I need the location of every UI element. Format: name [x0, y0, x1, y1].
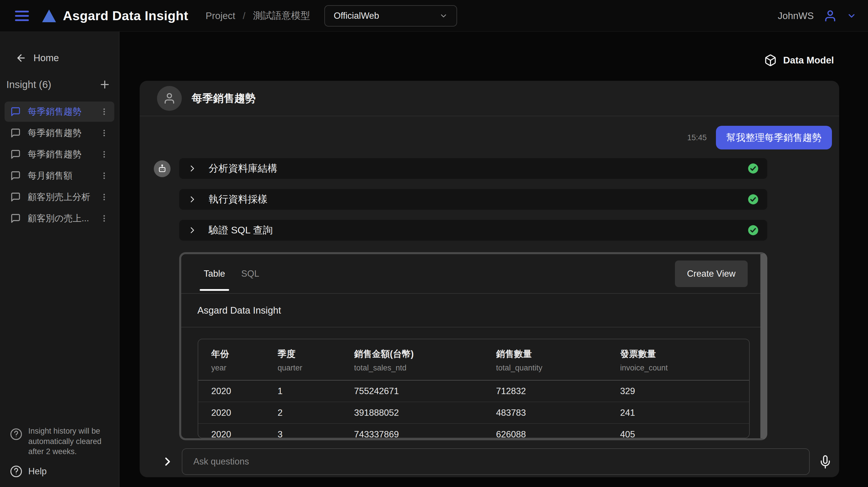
- column-field: total_quantity: [496, 363, 620, 372]
- step-label: 驗證 SQL 查詢: [209, 224, 273, 237]
- breadcrumb-section[interactable]: Project: [206, 10, 236, 21]
- insight-item[interactable]: 顧客別の売上...: [5, 208, 114, 228]
- column-field: total_sales_ntd: [354, 363, 496, 372]
- hamburger-menu-icon[interactable]: [15, 11, 29, 21]
- kebab-menu-icon[interactable]: [100, 171, 108, 180]
- table-cell: 1: [278, 386, 354, 396]
- table-cell: 626088: [496, 429, 620, 439]
- column-field: invoice_count: [620, 363, 749, 372]
- chat-bubble-icon: [10, 192, 21, 202]
- person-icon: [163, 92, 176, 105]
- result-panel-title: Asgard Data Insight: [181, 294, 761, 327]
- chat-bubble-icon: [10, 170, 21, 181]
- table-cell: 391888052: [354, 408, 496, 418]
- table-cell: 2020: [211, 408, 278, 418]
- data-model-button[interactable]: Data Model: [763, 54, 836, 67]
- question-circle-icon: [10, 465, 23, 478]
- insight-item[interactable]: 每季銷售趨勢: [5, 144, 114, 164]
- table-cell: 483783: [496, 408, 620, 418]
- chat-bubble-icon: [10, 106, 21, 117]
- workspace-select-value: OfficialWeb: [334, 11, 379, 21]
- main-area: Data Model 每季銷售趨勢 15:45 幫我整理每季銷售趨勢 分析資: [120, 32, 868, 487]
- check-circle-icon: [748, 194, 758, 205]
- insight-item[interactable]: 每季銷售趨勢: [5, 123, 114, 143]
- help-button[interactable]: Help: [10, 465, 47, 478]
- microphone-icon[interactable]: [818, 455, 832, 468]
- result-table: 年份 year 季度 quarter 銷售金額(台幣) total_sales_…: [198, 339, 750, 438]
- tab-sql[interactable]: SQL: [233, 254, 267, 293]
- chevron-down-icon: [439, 11, 448, 20]
- insight-item[interactable]: 每月銷售額: [5, 166, 114, 186]
- create-view-button[interactable]: Create View: [675, 261, 748, 287]
- chat-header: 每季銷售趨勢: [140, 81, 839, 116]
- help-label: Help: [28, 466, 47, 477]
- table-column-header: 年份 year: [211, 348, 278, 372]
- table-cell: 3: [278, 429, 354, 439]
- expand-chevron-right-icon[interactable]: [162, 456, 173, 467]
- insight-item[interactable]: 每季銷售趨勢: [5, 102, 114, 122]
- workspace-select[interactable]: OfficialWeb: [324, 5, 457, 27]
- column-label: 銷售金額(台幣): [354, 348, 496, 360]
- table-cell: 755242671: [354, 386, 496, 396]
- step-validate-sql[interactable]: 驗證 SQL 查詢: [179, 220, 767, 240]
- question-circle-icon: [10, 428, 23, 457]
- tab-table[interactable]: Table: [196, 254, 233, 293]
- insight-item-label: 顧客別の売上...: [28, 212, 93, 224]
- insight-item-label: 顧客別売上分析: [28, 191, 93, 203]
- step-run-data-sampling[interactable]: 執行資料採樣: [179, 189, 767, 210]
- table-cell: 743337869: [354, 429, 496, 439]
- chevron-right-icon: [188, 164, 196, 173]
- plus-icon: [99, 78, 111, 91]
- table-column-header: 銷售金額(台幣) total_sales_ntd: [354, 348, 496, 372]
- table-column-header: 發票數量 invoice_count: [620, 348, 749, 372]
- bot-avatar: [154, 160, 170, 177]
- arrow-left-icon: [16, 53, 27, 63]
- column-label: 銷售數量: [496, 348, 620, 360]
- check-circle-icon: [748, 225, 758, 236]
- kebab-menu-icon[interactable]: [100, 129, 108, 137]
- table-cell: 2: [278, 408, 354, 418]
- chat-input-row: [140, 448, 839, 475]
- chevron-right-icon: [188, 195, 196, 204]
- table-column-header: 季度 quarter: [278, 348, 354, 372]
- user-name: JohnWS: [778, 10, 814, 21]
- chat-title: 每季銷售趨勢: [192, 91, 256, 106]
- chat-bubble-icon: [10, 128, 21, 138]
- table-cell: 405: [620, 429, 749, 439]
- new-insight-button[interactable]: [99, 78, 111, 91]
- insight-section-title: Insight (6): [6, 79, 51, 90]
- insight-item-label: 每季銷售趨勢: [28, 148, 93, 160]
- topbar-user-area: JohnWS: [778, 9, 857, 23]
- result-panel: Table SQL Create View Asgard Data Insigh…: [179, 252, 767, 440]
- history-note: Insight history will be automatically cl…: [10, 426, 107, 457]
- kebab-menu-icon[interactable]: [100, 214, 108, 223]
- table-cell: 2020: [211, 429, 278, 439]
- data-model-label: Data Model: [783, 55, 834, 66]
- user-message-bubble: 幫我整理每季銷售趨勢: [716, 126, 832, 150]
- table-column-header: 銷售數量 total_quantity: [496, 348, 620, 372]
- app-window: Asgard Data Insight Project / 測試語意模型 Off…: [0, 0, 868, 487]
- table-header-row: 年份 year 季度 quarter 銷售金額(台幣) total_sales_…: [198, 339, 749, 381]
- step-analyze-db-structure[interactable]: 分析資料庫結構: [179, 158, 767, 179]
- check-circle-icon: [748, 163, 758, 174]
- user-menu-chevron-down-icon[interactable]: [847, 11, 857, 21]
- chevron-right-icon: [188, 226, 196, 234]
- insight-section-header: Insight (6): [6, 78, 111, 91]
- chat-avatar: [157, 86, 182, 111]
- kebab-menu-icon[interactable]: [100, 107, 108, 116]
- insight-item[interactable]: 顧客別売上分析: [5, 187, 114, 207]
- breadcrumb: Project / 測試語意模型: [206, 9, 310, 22]
- ask-questions-input[interactable]: [182, 448, 810, 475]
- breadcrumb-current[interactable]: 測試語意模型: [253, 9, 310, 22]
- kebab-menu-icon[interactable]: [100, 193, 108, 201]
- home-button[interactable]: Home: [16, 53, 59, 63]
- history-note-text: Insight history will be automatically cl…: [28, 426, 107, 457]
- step-label: 分析資料庫結構: [209, 162, 277, 175]
- topbar: Asgard Data Insight Project / 測試語意模型 Off…: [0, 0, 868, 32]
- app-logo-triangle-icon: [42, 9, 56, 22]
- table-row: 2020 2 391888052 483783 241: [198, 402, 749, 424]
- column-label: 年份: [211, 348, 278, 360]
- breadcrumb-separator: /: [243, 10, 245, 21]
- user-icon[interactable]: [824, 9, 837, 23]
- kebab-menu-icon[interactable]: [100, 150, 108, 159]
